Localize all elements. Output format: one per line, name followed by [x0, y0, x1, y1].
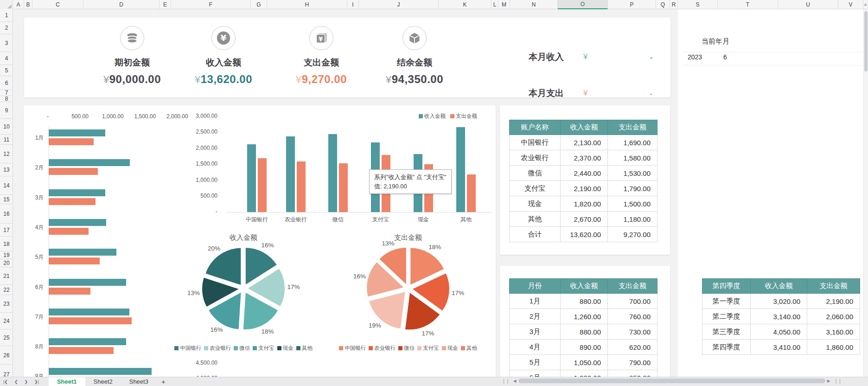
- current-period-label[interactable]: 当前年月: [702, 37, 729, 46]
- row-header-13[interactable]: 13: [0, 163, 13, 176]
- column-header-R[interactable]: R: [670, 0, 678, 9]
- income-column[interactable]: [286, 136, 295, 212]
- expense-column[interactable]: [339, 163, 348, 212]
- income-bar[interactable]: [49, 279, 126, 286]
- row-header-4[interactable]: 4: [0, 52, 13, 65]
- column-header-E[interactable]: E: [160, 0, 171, 9]
- expense-column[interactable]: [258, 158, 267, 212]
- table-cell[interactable]: 1,860.00: [807, 340, 860, 355]
- column-header-Q[interactable]: Q: [656, 0, 670, 9]
- column-header-I[interactable]: I: [347, 0, 359, 9]
- row-header-12[interactable]: 12: [0, 145, 13, 163]
- column-header-D[interactable]: D: [83, 0, 160, 9]
- sheet-tab-Sheet1[interactable]: Sheet1: [49, 377, 85, 386]
- table-cell[interactable]: 1,820.00: [561, 196, 608, 212]
- table-cell[interactable]: 3,140.00: [751, 309, 807, 324]
- table-cell[interactable]: 2,060.00: [807, 309, 860, 324]
- table-cell[interactable]: 第二季度: [702, 309, 751, 324]
- table-cell[interactable]: 4,050.00: [751, 324, 807, 340]
- row-header-21[interactable]: 21: [0, 267, 13, 285]
- expense-column[interactable]: [297, 161, 306, 212]
- vertical-scroll-thumb[interactable]: [864, 11, 868, 71]
- row-header-15[interactable]: 15: [0, 195, 13, 204]
- month-expense-value[interactable]: -: [650, 90, 652, 97]
- select-all-corner[interactable]: [0, 0, 13, 9]
- current-month-cell[interactable]: 6: [723, 53, 727, 61]
- table-cell[interactable]: 3,160.00: [807, 324, 860, 340]
- row-header-6[interactable]: 6: [0, 76, 13, 90]
- sheet-nav-icon-3[interactable]: ❯|: [31, 380, 42, 384]
- table-cell[interactable]: 2,190.00: [561, 181, 608, 196]
- horizontal-scrollbar[interactable]: ❘❘ ◀ ▶ ❘❘: [500, 378, 863, 384]
- table-cell[interactable]: 5月: [510, 355, 561, 370]
- sheet-canvas[interactable]: 期初金额¥90,000.00¥收入金额¥13,620.00¥支出金额¥9,270…: [13, 9, 863, 377]
- sheet-nav-icon-2[interactable]: ❯: [21, 380, 31, 384]
- table-cell[interactable]: 合计: [510, 227, 561, 242]
- income-bar[interactable]: [49, 189, 105, 196]
- table-cell[interactable]: 2月: [510, 309, 561, 324]
- income-bar[interactable]: [49, 159, 130, 166]
- table-cell[interactable]: 2,130.00: [561, 135, 608, 150]
- expense-bar[interactable]: [49, 257, 100, 264]
- column-header-L[interactable]: L: [491, 0, 498, 9]
- table-cell[interactable]: 第三季度: [702, 324, 751, 340]
- table-cell[interactable]: 620.00: [608, 340, 657, 355]
- income-bar[interactable]: [49, 309, 129, 315]
- table-cell[interactable]: 第一季度: [702, 294, 751, 309]
- charts-panel[interactable]: -500.001,000.001,500.002,000.001月2月3月4月5…: [24, 105, 496, 377]
- table-cell[interactable]: 3月: [510, 324, 561, 340]
- column-header-C[interactable]: C: [32, 0, 83, 9]
- row-header-10[interactable]: 10: [0, 119, 13, 135]
- table-cell[interactable]: 2,440.00: [561, 166, 608, 181]
- table-cell[interactable]: 700.00: [608, 294, 657, 309]
- column-header-S[interactable]: S: [678, 0, 718, 9]
- income-column[interactable]: [456, 127, 465, 212]
- table-cell[interactable]: 1,180.00: [608, 212, 657, 227]
- table-cell[interactable]: 3,020.00: [751, 294, 807, 309]
- table-cell[interactable]: 730.00: [608, 324, 657, 340]
- income-column[interactable]: [247, 144, 256, 212]
- table-cell[interactable]: 1,580.00: [608, 150, 657, 166]
- table-cell[interactable]: 9,270.00: [608, 227, 657, 242]
- table-cell[interactable]: 中国银行: [510, 135, 561, 150]
- column-header-V[interactable]: V: [838, 0, 863, 9]
- expense-column[interactable]: [467, 174, 476, 212]
- sheet-nav-icon-1[interactable]: ❮: [11, 380, 21, 384]
- table-cell[interactable]: 1月: [510, 294, 561, 309]
- row-header-11[interactable]: 11: [0, 135, 13, 145]
- income-bar[interactable]: [49, 338, 126, 345]
- row-header-5[interactable]: 5: [0, 65, 13, 76]
- row-header-8[interactable]: 8: [0, 96, 13, 102]
- scrollbar-splitter[interactable]: ❘❘: [832, 379, 844, 384]
- table-cell[interactable]: 1,500.00: [608, 196, 657, 212]
- table-cell[interactable]: 现金: [510, 196, 561, 212]
- table-cell[interactable]: 13,620.00: [561, 227, 608, 242]
- table-cell[interactable]: 其他: [510, 212, 561, 227]
- scrollbar-menu-icon[interactable]: ≡: [863, 0, 868, 9]
- table-cell[interactable]: 支付宝: [510, 181, 561, 196]
- table-cell[interactable]: 3,410.00: [751, 340, 807, 355]
- table-cell[interactable]: 农业银行: [510, 150, 561, 166]
- sheet-nav-icon-0[interactable]: |❮: [0, 380, 11, 384]
- row-header-3[interactable]: 3: [0, 34, 13, 52]
- column-header-N[interactable]: N: [510, 0, 558, 9]
- table-cell[interactable]: 1,530.00: [608, 166, 657, 181]
- row-header-22[interactable]: 22: [0, 285, 13, 295]
- column-header-M[interactable]: M: [498, 0, 510, 9]
- income-bar[interactable]: [49, 129, 105, 136]
- column-header-U[interactable]: U: [778, 0, 838, 9]
- column-header-F[interactable]: F: [171, 0, 251, 9]
- row-header-1[interactable]: 1: [0, 9, 13, 22]
- row-header-27[interactable]: 27: [0, 365, 13, 377]
- scrollbar-splitter[interactable]: ❘❘: [500, 379, 511, 384]
- expense-bar[interactable]: [49, 198, 96, 205]
- row-header-19[interactable]: 19: [0, 251, 13, 259]
- table-header-cell[interactable]: 收入金额: [561, 120, 608, 135]
- row-header-23[interactable]: 23: [0, 295, 13, 313]
- expense-bar[interactable]: [49, 168, 98, 175]
- row-header-9[interactable]: 9: [0, 102, 13, 119]
- income-bar[interactable]: [49, 249, 116, 256]
- table-header-cell[interactable]: 收入金额: [561, 279, 608, 294]
- table-cell[interactable]: 微信: [510, 166, 561, 181]
- column-header-A[interactable]: A: [13, 0, 24, 9]
